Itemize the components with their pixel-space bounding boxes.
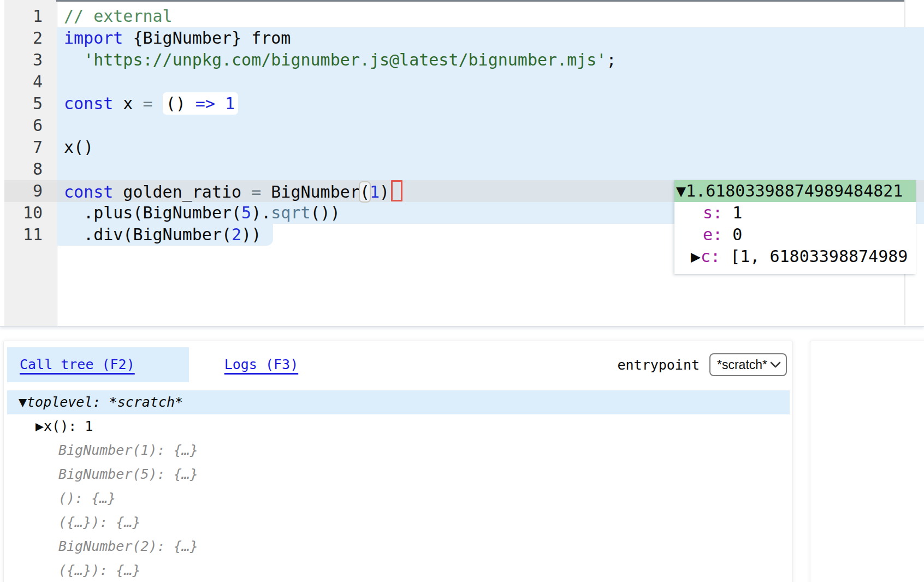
entrypoint-label: entrypoint: [617, 357, 700, 373]
line-number: 11: [4, 224, 57, 246]
line-number: 3: [4, 49, 57, 71]
call-tree-row[interactable]: ▼toplevel: *scratch*: [7, 390, 790, 414]
expand-triangle-icon[interactable]: ▶: [691, 247, 701, 266]
result-object-rows: s: 1e: 0▶c: [1, 61803398874989: [674, 202, 916, 268]
code-line-2[interactable]: import {BigNumber} from: [64, 27, 291, 49]
line-number: 10: [4, 202, 57, 224]
line-number: 6: [4, 115, 57, 136]
code-token-number: 1: [370, 182, 380, 201]
call-tree-row[interactable]: BigNumber(2): {…}: [4, 535, 793, 559]
code-token-string: 'https://unpkg.com/bignumber.js@latest/b…: [84, 50, 606, 69]
call-tree-row-label: ({…}): {…}: [58, 514, 141, 530]
expand-triangle-icon[interactable]: ▶: [35, 418, 44, 434]
code-token-plain: {BigNumber} from: [123, 28, 291, 47]
inline-eval-result-panel: ▼1.61803398874989484821 s: 1e: 0▶c: [1, …: [674, 180, 916, 274]
line-number: 2: [4, 27, 57, 49]
code-token-plain: [64, 50, 84, 69]
code-token-keyword: const: [64, 94, 113, 113]
code-line-10[interactable]: .plus(BigNumber(5).sqrt()): [64, 202, 340, 224]
result-property-e: e: 0: [674, 224, 916, 246]
code-token-plain: (): [166, 94, 196, 113]
result-value: 1.61803398874989484821: [686, 181, 903, 200]
result-property-c[interactable]: ▶c: [1, 61803398874989: [674, 246, 916, 268]
function-body-box: () => 1: [163, 92, 238, 115]
code-line-3[interactable]: 'https://unpkg.com/bignumber.js@latest/b…: [64, 49, 616, 71]
code-line-9[interactable]: const golden_ratio = BigNumber(1): [64, 180, 402, 202]
code-token-method: sqrt: [271, 203, 310, 222]
code-token-plain: [215, 94, 225, 113]
entrypoint-selected-value: *scratch*: [717, 358, 767, 372]
tab-logs[interactable]: Logs (F3): [224, 347, 298, 382]
result-property-s: s: 1: [674, 202, 916, 224]
property-value: [1, 61803398874989: [720, 247, 908, 266]
code-token-plain: x(): [64, 138, 93, 157]
code-token-plain: .div(BigNumber(: [64, 225, 232, 244]
editor-top-border: [56, 0, 904, 2]
code-line-11[interactable]: .div(BigNumber(2)): [64, 224, 261, 246]
code-line-7[interactable]: x(): [64, 136, 93, 158]
line-number: 5: [4, 93, 57, 115]
call-tree-row-label: BigNumber(5): {…}: [58, 466, 198, 482]
tab-call-tree[interactable]: Call tree (F2): [7, 347, 189, 382]
property-key: s:: [703, 203, 722, 222]
line-number: 8: [4, 158, 57, 180]
call-tree-row[interactable]: ▶x(): 1: [4, 414, 793, 438]
code-token-plain: BigNumber: [261, 182, 360, 201]
call-tree-row-label: x(): 1: [44, 418, 93, 434]
collapse-triangle-icon[interactable]: ▼: [676, 181, 686, 200]
property-value: 1: [722, 203, 742, 222]
code-token-keyword: =>: [196, 94, 215, 113]
code-token-number: 1: [225, 94, 235, 113]
entrypoint-control: entrypoint *scratch*: [617, 347, 787, 382]
chevron-down-icon: [770, 361, 781, 369]
property-value: 0: [722, 225, 742, 244]
code-token-plain: golden_ratio: [113, 182, 251, 201]
code-editor[interactable]: 1234567891011 // externalimport {BigNumb…: [0, 0, 924, 327]
line-number: 7: [4, 136, 57, 158]
text-cursor: [391, 180, 402, 201]
code-token-plain: ()): [311, 203, 340, 222]
call-tree-panel: Call tree (F2) Logs (F3) entrypoint *scr…: [3, 341, 793, 582]
call-tree-row[interactable]: ({…}): {…}: [4, 510, 793, 535]
code-token-operator: =: [251, 182, 261, 201]
call-tree-row-label: toplevel: *scratch*: [27, 394, 183, 410]
matching-bracket-highlight: (: [360, 182, 370, 201]
code-token-number: 2: [232, 225, 241, 244]
details-side-panel: [810, 341, 924, 582]
call-tree: ▼toplevel: *scratch*▶x(): 1BigNumber(1):…: [4, 390, 793, 582]
code-token-plain: )): [241, 225, 261, 244]
result-value-header[interactable]: ▼1.61803398874989484821: [674, 180, 916, 202]
code-token-comment: // external: [64, 7, 173, 26]
line-number: 4: [4, 71, 57, 93]
property-key: e:: [703, 225, 722, 244]
call-tree-row[interactable]: ({…}): {…}: [4, 559, 793, 582]
call-tree-row-label: BigNumber(1): {…}: [58, 442, 198, 458]
line-number: 1: [4, 5, 57, 27]
panel-tabs: Call tree (F2) Logs (F3): [7, 347, 298, 382]
property-key: c:: [701, 247, 720, 266]
call-tree-row[interactable]: BigNumber(1): {…}: [4, 438, 793, 462]
call-tree-row[interactable]: BigNumber(5): {…}: [4, 462, 793, 486]
code-line-1[interactable]: // external: [64, 5, 173, 27]
code-token-plain: ;: [606, 50, 616, 69]
code-token-keyword: import: [64, 28, 123, 47]
collapse-triangle-icon[interactable]: ▼: [19, 394, 27, 410]
entrypoint-select[interactable]: *scratch*: [709, 353, 787, 376]
call-tree-row-label: ({…}): {…}: [58, 562, 141, 578]
code-token-plain: .plus(BigNumber(: [64, 203, 241, 222]
code-line-5[interactable]: const x = () => 1: [64, 93, 238, 115]
code-token-operator: =: [143, 94, 153, 113]
code-token-plain: ).: [251, 203, 271, 222]
code-token-plain: ): [380, 182, 389, 201]
call-tree-row[interactable]: (): {…}: [4, 486, 793, 510]
call-tree-row-label: (): {…}: [58, 490, 116, 506]
code-token-plain: [153, 94, 163, 113]
line-number: 9: [4, 180, 57, 202]
code-token-number: 5: [241, 203, 251, 222]
code-token-plain: x: [113, 94, 143, 113]
call-tree-row-label: BigNumber(2): {…}: [58, 538, 198, 554]
code-token-keyword: const: [64, 182, 113, 201]
